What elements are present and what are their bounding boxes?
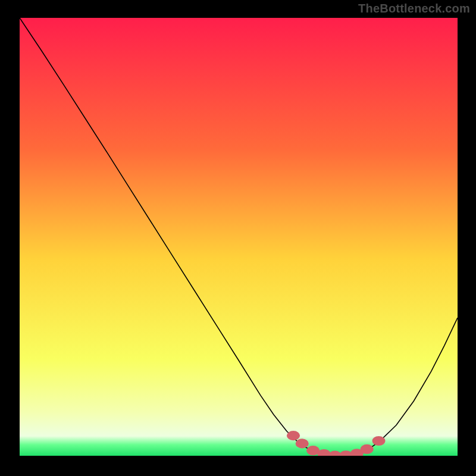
optimal-dot xyxy=(372,436,385,446)
bottleneck-chart xyxy=(20,18,458,456)
plot-background xyxy=(20,18,458,456)
chart-stage: TheBottleneck.com xyxy=(0,0,476,476)
watermark-text: TheBottleneck.com xyxy=(358,2,470,15)
optimal-dot xyxy=(361,444,374,454)
optimal-dot xyxy=(296,439,309,448)
optimal-dot xyxy=(287,431,300,440)
